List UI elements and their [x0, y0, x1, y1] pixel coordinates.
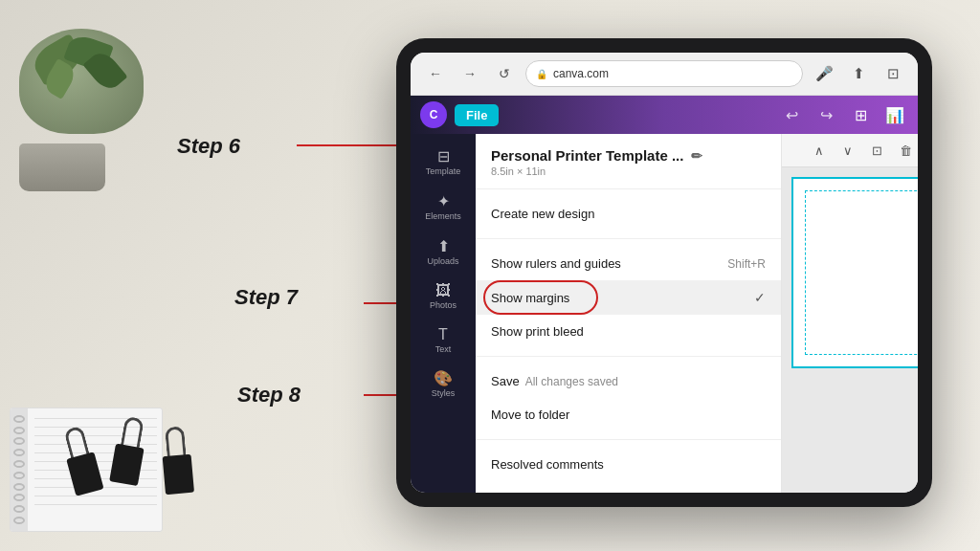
canva-toolbar: C File ↩ ↪ ⊞ 📊 — [411, 96, 918, 134]
resolved-label: Resolved comments — [491, 457, 604, 472]
menu-item-rulers[interactable]: Show rulers and guides Shift+R — [476, 247, 781, 280]
grid-button[interactable]: ⊞ — [847, 101, 874, 128]
save-label: Save — [491, 374, 520, 388]
app-content: ⊟ Template ✦ Elements ⬆ Uploads 🖼 Photos… — [411, 134, 918, 493]
menu-item-margins[interactable]: Show margins ✓ — [476, 280, 781, 315]
tablet-screen: ← → ↺ 🔒 canva.com 🎤 ⬆ ⊡ C File ↩ ↪ ⊞ 📊 — [411, 53, 918, 493]
redo-button[interactable]: ↪ — [813, 101, 839, 128]
sidebar-item-templates[interactable]: ⊟ Template — [414, 142, 472, 183]
canvas-content: ⊕ — [782, 167, 918, 493]
step6-label: Step 6 — [177, 134, 240, 159]
save-row: Save All changes saved — [491, 374, 618, 388]
reload-button[interactable]: ↺ — [491, 60, 518, 87]
menu-item-move-folder[interactable]: Move to folder — [476, 398, 781, 431]
version-label: Version history — [491, 491, 572, 493]
sidebar-item-styles[interactable]: 🎨 Styles — [414, 364, 472, 405]
left-sidebar: ⊟ Template ✦ Elements ⬆ Uploads 🖼 Photos… — [411, 134, 476, 493]
uploads-label: Uploads — [427, 257, 458, 267]
menu-item-create-new[interactable]: Create new design — [476, 197, 781, 231]
styles-icon: 🎨 — [434, 369, 453, 387]
canvas-area: ∧ ∨ ⊡ 🗑 ✚ ⊕ — [782, 134, 918, 493]
forward-button[interactable]: → — [457, 60, 483, 87]
save-status: All changes saved — [525, 375, 618, 388]
file-dropdown-menu: Personal Printer Template ... ✏ 8.5in × … — [476, 134, 782, 493]
canvas-down-button[interactable]: ∨ — [835, 138, 860, 163]
elements-icon: ✦ — [437, 192, 450, 210]
sidebar-item-text[interactable]: T Text — [414, 320, 472, 361]
photos-icon: 🖼 — [435, 282, 451, 299]
templates-icon: ⊟ — [437, 147, 450, 165]
uploads-icon: ⬆ — [437, 237, 450, 255]
edit-title-icon[interactable]: ✏ — [691, 148, 702, 164]
margins-check: ✓ — [754, 290, 766, 305]
canvas-page — [791, 177, 918, 368]
canvas-up-button[interactable]: ∧ — [807, 138, 832, 163]
rulers-label: Show rulers and guides — [491, 256, 621, 271]
print-bleed-label: Show print bleed — [491, 324, 584, 339]
menu-subtitle: 8.5in × 11in — [491, 165, 766, 177]
menu-header: Personal Printer Template ... ✏ 8.5in × … — [476, 134, 781, 181]
browser-chrome: ← → ↺ 🔒 canva.com 🎤 ⬆ ⊡ — [411, 53, 918, 96]
tab-button[interactable]: ⊡ — [880, 60, 906, 87]
menu-divider-4 — [476, 439, 781, 440]
photos-label: Photos — [430, 301, 457, 311]
canva-logo: C — [420, 101, 447, 128]
chart-button[interactable]: 📊 — [881, 101, 908, 128]
sidebar-item-uploads[interactable]: ⬆ Uploads — [414, 231, 472, 273]
sidebar-item-elements[interactable]: ✦ Elements — [414, 187, 472, 228]
undo-button[interactable]: ↩ — [778, 101, 805, 128]
step7-label: Step 7 — [234, 285, 298, 310]
share-button[interactable]: ⬆ — [845, 60, 872, 87]
lock-icon: 🔒 — [536, 69, 547, 79]
mic-button[interactable]: 🎤 — [811, 60, 837, 87]
address-bar[interactable]: 🔒 canva.com — [525, 60, 803, 87]
file-button[interactable]: File — [455, 104, 499, 126]
move-folder-label: Move to folder — [491, 408, 569, 422]
menu-item-print-bleed[interactable]: Show print bleed — [476, 315, 781, 348]
tablet-frame: ← → ↺ 🔒 canva.com 🎤 ⬆ ⊡ C File ↩ ↪ ⊞ 📊 — [396, 38, 932, 507]
styles-label: Styles — [432, 389, 456, 399]
text-icon: T — [438, 326, 448, 343]
plant-decoration — [0, 0, 191, 191]
text-label: Text — [435, 345, 452, 355]
elements-label: Elements — [425, 212, 461, 222]
menu-divider-1 — [476, 188, 781, 189]
canvas-delete-button[interactable]: 🗑 — [893, 138, 918, 163]
step8-label: Step 8 — [237, 383, 301, 408]
sidebar-item-photos[interactable]: 🖼 Photos — [414, 276, 472, 317]
menu-item-version[interactable]: Version history — [476, 481, 781, 493]
menu-title-text: Personal Printer Template ... — [491, 147, 683, 164]
rulers-shortcut: Shift+R — [727, 257, 766, 271]
menu-title: Personal Printer Template ... ✏ — [491, 147, 766, 164]
menu-item-resolved[interactable]: Resolved comments — [476, 448, 781, 481]
menu-divider-2 — [476, 238, 781, 239]
templates-label: Template — [426, 167, 461, 177]
create-new-label: Create new design — [491, 207, 594, 221]
menu-item-save[interactable]: Save All changes saved — [476, 364, 781, 398]
canvas-copy-button[interactable]: ⊡ — [864, 138, 889, 163]
menu-divider-3 — [476, 356, 781, 357]
margin-lines — [805, 190, 918, 355]
back-button[interactable]: ← — [422, 60, 449, 87]
url-text: canva.com — [553, 67, 609, 80]
canvas-toolbar: ∧ ∨ ⊡ 🗑 ✚ — [782, 134, 918, 167]
margins-label: Show margins — [491, 291, 569, 305]
